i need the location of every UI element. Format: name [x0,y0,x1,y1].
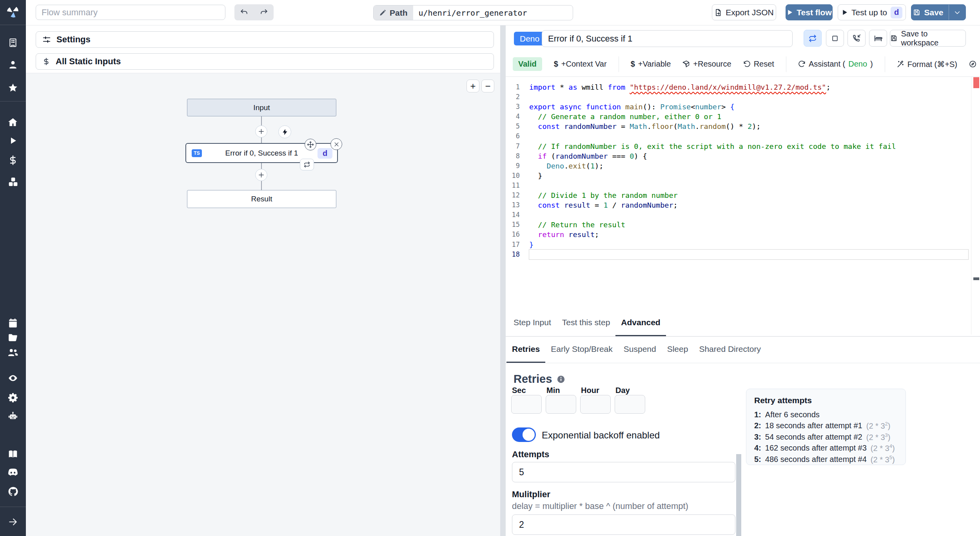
sidebar-item-home[interactable] [0,116,26,128]
add-resource-button[interactable]: +Resource [682,60,731,69]
dollar-icon: $ [554,60,558,69]
trigger-button[interactable] [278,125,291,138]
assistant-button[interactable]: Assistant (Deno) [798,60,873,69]
code-line[interactable]: 11 [506,181,980,190]
save-to-workspace-button[interactable]: Save to workspace [890,30,966,47]
sleep-indicator-button[interactable] [869,30,887,47]
windmill-logo[interactable] [0,6,26,18]
all-static-inputs-row[interactable]: All Static Inputs [36,53,494,70]
save-dropdown-button[interactable] [949,5,965,20]
sidebar-item-user[interactable] [0,59,26,71]
code-line[interactable]: 1import * as wmill from "https://deno.la… [506,82,980,92]
path-value-input[interactable]: u/henri/error_generator [413,5,533,20]
sidebar-item-workers[interactable] [0,410,26,422]
flow-settings-row[interactable]: Settings [36,31,494,48]
sidebar-item-variables[interactable] [0,154,26,166]
code-line[interactable]: 6 [506,131,980,141]
sidebar-item-favorites[interactable] [0,82,26,94]
retries-indicator-button[interactable] [804,30,822,47]
path-field-group: Path u/henri/error_generator [373,5,573,20]
building-icon [8,38,18,48]
subtab-sleep[interactable]: Sleep [662,337,694,363]
sidebar-item-folders[interactable] [0,332,26,344]
tab-test-this-step[interactable]: Test this step [557,310,616,336]
zoom-out-button[interactable]: − [481,80,494,92]
sidebar-item-github[interactable] [0,485,26,497]
flow-node-result[interactable]: Result [187,190,336,208]
format-button[interactable]: Format (⌘+S) [897,60,957,69]
exponential-backoff-toggle[interactable] [512,427,536,442]
toolbar-divider [885,56,885,72]
sidebar-item-runs[interactable] [0,135,26,147]
code-line[interactable]: 8 if (randomNumber === 0) { [506,151,980,161]
sidebar-item-groups[interactable] [0,346,26,358]
code-line[interactable]: 2 [506,92,980,102]
code-line[interactable]: 3export async function main(): Promise<n… [506,102,980,112]
flow-summary-input[interactable]: Flow summary [36,5,225,20]
sidebar-item-resources[interactable] [0,176,26,188]
subtab-suspend[interactable]: Suspend [618,337,662,363]
tab-step-input[interactable]: Step Input [508,310,557,336]
suspend-indicator-button[interactable] [848,30,866,47]
info-icon[interactable] [557,375,565,384]
subtab-shared-directory[interactable]: Shared Directory [693,337,766,363]
subtab-early-stop[interactable]: Early Stop/Break [545,337,618,363]
add-context-var-button[interactable]: $ +Context Var [554,60,607,69]
code-line[interactable]: 4 // Generate a random number, either 0 … [506,112,980,121]
code-line[interactable]: 5 const randomNumber = Math.floor(Math.r… [506,121,980,131]
sidebar-item-docs[interactable] [0,448,26,460]
step-retry-indicator[interactable] [300,159,314,170]
code-line[interactable]: 16 return result; [506,230,980,239]
attempts-input[interactable]: 5 [512,462,735,482]
save-button[interactable]: Save [911,8,945,17]
top-toolbar: Flow summary Path u/henri/error_generato… [26,0,980,25]
subtab-retries[interactable]: Retries [506,337,545,363]
export-json-button[interactable]: Export JSON [712,4,776,20]
redo-button[interactable] [254,4,274,20]
explore-scripts-button[interactable]: Explore other s [969,60,980,69]
sidebar-item-settings[interactable] [0,391,26,403]
sidebar-item-schedules[interactable] [0,317,26,329]
save-icon [913,9,920,16]
code-line[interactable]: 12 // Divide 1 by the random number [506,190,980,200]
move-step-button[interactable] [305,139,316,150]
sidebar-item-workspace[interactable] [0,37,26,49]
code-line[interactable]: 13 const result = 1 / randomNumber; [506,200,980,210]
code-line[interactable]: 15 // Return the result [506,220,980,230]
flow-node-input[interactable]: Input [187,99,336,116]
panel-splitter[interactable] [500,25,506,536]
retry-attempts-title: Retry attempts [754,396,898,405]
retries-scrollbar[interactable] [736,454,741,536]
code-line[interactable]: 7 // If randomNumber is 0, exit the scri… [506,141,980,151]
retry-time-input[interactable] [615,395,645,414]
zoom-in-button[interactable]: + [466,80,479,92]
sidebar-item-audit-logs[interactable] [0,372,26,384]
sidebar-item-discord[interactable] [0,467,26,479]
code-line[interactable]: 14 [506,210,980,220]
test-flow-button[interactable]: Test flow [786,4,833,20]
code-line[interactable]: 18 [506,250,980,259]
code-line[interactable]: 10 } [506,171,980,181]
undo-button[interactable] [234,4,254,20]
insert-step-button[interactable] [255,125,267,138]
play-icon [786,9,793,16]
retry-time-input[interactable] [511,395,542,414]
delete-step-button[interactable] [330,138,342,150]
dollar-icon [42,58,50,65]
flow-canvas[interactable]: + − Input TS Error if 0, Success if 1 d [26,73,500,536]
flow-panel: Settings All Static Inputs + − Input [26,25,500,536]
code-editor[interactable]: 1import * as wmill from "https://deno.la… [506,77,980,335]
insert-step-button[interactable] [255,169,267,181]
code-line[interactable]: 9 Deno.exit(1); [506,161,980,171]
code-line[interactable]: 17} [506,240,980,250]
add-variable-button[interactable]: $ +Variable [631,60,671,69]
retry-time-input[interactable] [546,395,576,414]
retry-time-input[interactable] [580,395,611,414]
reset-button[interactable]: Reset [743,60,774,69]
multiplier-input[interactable]: 2 [512,514,735,535]
tab-advanced[interactable]: Advanced [615,310,666,336]
early-stop-indicator-button[interactable] [826,30,844,47]
step-title-input[interactable]: Error if 0, Success if 1 [542,30,793,47]
test-up-to-button[interactable]: Test up to d [838,4,906,20]
sidebar-collapse-toggle[interactable] [0,516,26,528]
